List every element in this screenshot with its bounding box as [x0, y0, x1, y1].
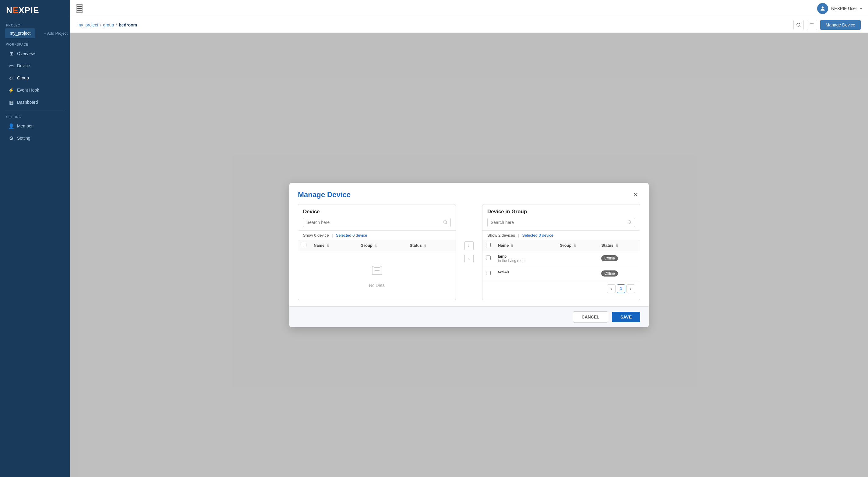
breadcrumb: my_project / group / bedroom: [78, 23, 137, 27]
sidebar-item-group[interactable]: ◇ Group: [2, 72, 68, 84]
modal-close-button[interactable]: ✕: [631, 190, 640, 199]
transfer-left-button[interactable]: ‹: [464, 254, 474, 263]
user-chevron-icon[interactable]: ▾: [860, 6, 862, 11]
svg-line-11: [630, 223, 631, 224]
hamburger-button[interactable]: ☰: [76, 4, 83, 13]
eventhook-icon: ⚡: [8, 87, 14, 93]
page-area: Manage Device ✕ Device: [70, 33, 868, 477]
manage-device-modal: Manage Device ✕ Device: [289, 183, 649, 327]
modal-title: Manage Device: [298, 191, 350, 199]
device-sub-0: in the living room: [498, 259, 552, 263]
user-avatar: [817, 3, 828, 14]
left-search-box: [303, 218, 451, 227]
left-select-all-checkbox[interactable]: [302, 243, 306, 247]
right-group-sort-icon[interactable]: ⇅: [574, 244, 576, 247]
right-th-name: Name ⇅: [494, 240, 556, 251]
setting-section-label: SETTING: [0, 112, 70, 120]
table-row: switch - Offline: [483, 266, 640, 281]
user-name: NEXPIE User: [831, 6, 857, 11]
sidebar-item-label-setting: Setting: [17, 136, 30, 141]
breadcrumb-sep-2: /: [116, 23, 117, 27]
page-prev-button[interactable]: ‹: [607, 284, 616, 293]
sidebar-item-label-dashboard: Dashboard: [17, 100, 38, 105]
sidebar-item-device[interactable]: ▭ Device: [2, 60, 68, 71]
transfer-right-button[interactable]: ›: [464, 241, 474, 250]
svg-rect-9: [374, 265, 380, 267]
right-status-sort-icon[interactable]: ⇅: [616, 244, 618, 247]
top-actions: Manage Device: [794, 20, 861, 30]
search-button[interactable]: [794, 20, 804, 30]
pagination: ‹ 1 ›: [483, 281, 640, 296]
sidebar-item-label-eventhook: Event Hook: [17, 88, 39, 93]
setting-icon: ⚙: [8, 135, 14, 141]
project-item[interactable]: my_project: [5, 28, 35, 38]
device-name-1: switch: [498, 269, 552, 274]
left-selected-count[interactable]: Selected 0 device: [336, 233, 367, 238]
sidebar-item-label-device: Device: [17, 63, 30, 68]
right-th-group: Group ⇅: [556, 240, 597, 251]
device-group-1: [556, 266, 597, 281]
right-selected-count[interactable]: Selected 0 device: [522, 233, 553, 238]
user-info: NEXPIE User ▾: [817, 3, 862, 14]
left-status-sort-icon[interactable]: ⇅: [424, 244, 426, 247]
left-panel-content: Name ⇅ Group ⇅ Status: [298, 240, 456, 300]
add-project-button[interactable]: + Add Project: [44, 31, 68, 36]
left-panel-header: Device: [298, 204, 456, 231]
right-search-input[interactable]: [491, 220, 625, 225]
left-th-name: Name ⇅: [310, 240, 357, 251]
sidebar-item-eventhook[interactable]: ⚡ Event Hook: [2, 84, 68, 96]
page-1-button[interactable]: 1: [617, 284, 625, 293]
logo-text: NEXPIE: [6, 5, 39, 15]
modal-footer: CANCEL SAVE: [289, 306, 649, 327]
left-search-input[interactable]: [306, 220, 441, 225]
workspace-section-label: WORKSPACE: [0, 40, 70, 47]
row-checkbox-1[interactable]: [486, 271, 491, 275]
sidebar-item-overview[interactable]: ⊞ Overview: [2, 48, 68, 59]
svg-line-2: [800, 26, 800, 27]
breadcrumb-project[interactable]: my_project: [78, 23, 98, 27]
cancel-button[interactable]: CANCEL: [573, 311, 608, 322]
sidebar-item-setting[interactable]: ⚙ Setting: [2, 132, 68, 144]
right-th-status: Status ⇅: [597, 240, 640, 251]
sidebar-item-dashboard[interactable]: ▦ Dashboard: [2, 96, 68, 108]
svg-point-0: [822, 6, 824, 8]
left-panel-info: Show 0 device | Selected 0 device: [298, 231, 456, 240]
left-panel-title: Device: [303, 209, 451, 215]
right-device-table: Name ⇅ Group ⇅ Status: [483, 240, 640, 281]
no-data-icon: [370, 263, 384, 280]
right-panel-header: Device in Group: [483, 204, 640, 231]
status-badge-0: Offline: [601, 255, 618, 261]
top-header: ☰ NEXPIE User ▾: [70, 0, 868, 17]
right-name-sort-icon[interactable]: ⇅: [511, 244, 513, 247]
left-no-data: No Data: [298, 251, 456, 300]
member-icon: 👤: [8, 123, 14, 129]
overview-icon: ⊞: [8, 51, 14, 56]
svg-point-10: [628, 220, 631, 223]
device-group-0: [556, 251, 597, 266]
modal-header: Manage Device ✕: [289, 183, 649, 204]
row-checkbox-0[interactable]: [486, 255, 491, 260]
left-name-sort-icon[interactable]: ⇅: [327, 244, 329, 247]
breadcrumb-group[interactable]: group: [103, 23, 114, 27]
status-badge-1: Offline: [601, 270, 618, 276]
sidebar-item-member[interactable]: 👤 Member: [2, 120, 68, 132]
left-th-checkbox: [298, 240, 310, 251]
group-icon: ◇: [8, 75, 14, 80]
left-group-sort-icon[interactable]: ⇅: [374, 244, 377, 247]
device-sub-1: -: [498, 274, 552, 278]
sidebar-item-label-member: Member: [17, 124, 33, 128]
svg-line-7: [446, 223, 447, 224]
right-th-checkbox: [483, 240, 494, 251]
filter-button[interactable]: [807, 20, 817, 30]
dashboard-icon: ▦: [8, 100, 14, 105]
page-next-button[interactable]: ›: [626, 284, 635, 293]
main-content: ☰ NEXPIE User ▾ my_project / group / bed…: [70, 0, 868, 477]
manage-device-button[interactable]: Manage Device: [820, 20, 861, 30]
left-search-icon: [443, 220, 447, 225]
right-select-all-checkbox[interactable]: [486, 243, 491, 247]
save-button[interactable]: SAVE: [612, 312, 640, 322]
modal-body: Device Show 0 device | Selected: [289, 204, 649, 306]
right-panel-info: Show 2 devices | Selected 0 device: [483, 231, 640, 240]
device-panel-left: Device Show 0 device | Selected: [298, 204, 456, 300]
device-name-0: lamp: [498, 254, 552, 259]
